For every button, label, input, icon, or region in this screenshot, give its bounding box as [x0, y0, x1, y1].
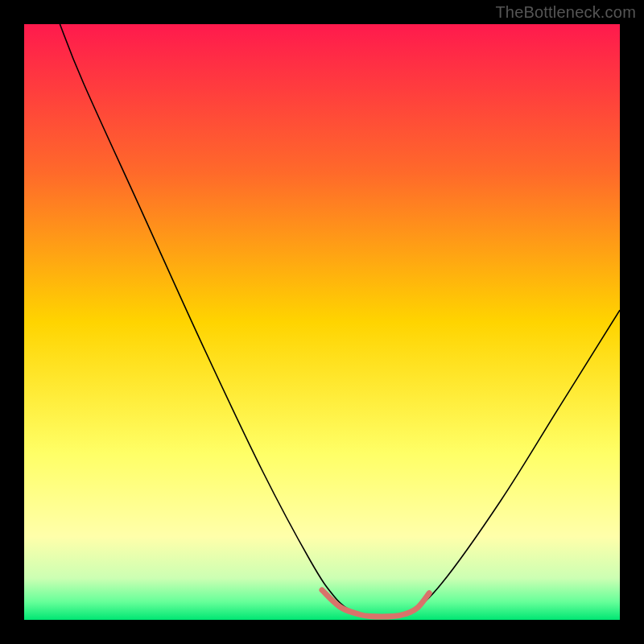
gradient-rect [24, 24, 620, 620]
plot-area [24, 24, 620, 620]
chart-frame: TheBottleneck.com [0, 0, 644, 644]
watermark-text: TheBottleneck.com [495, 3, 636, 22]
chart-svg [24, 24, 620, 620]
